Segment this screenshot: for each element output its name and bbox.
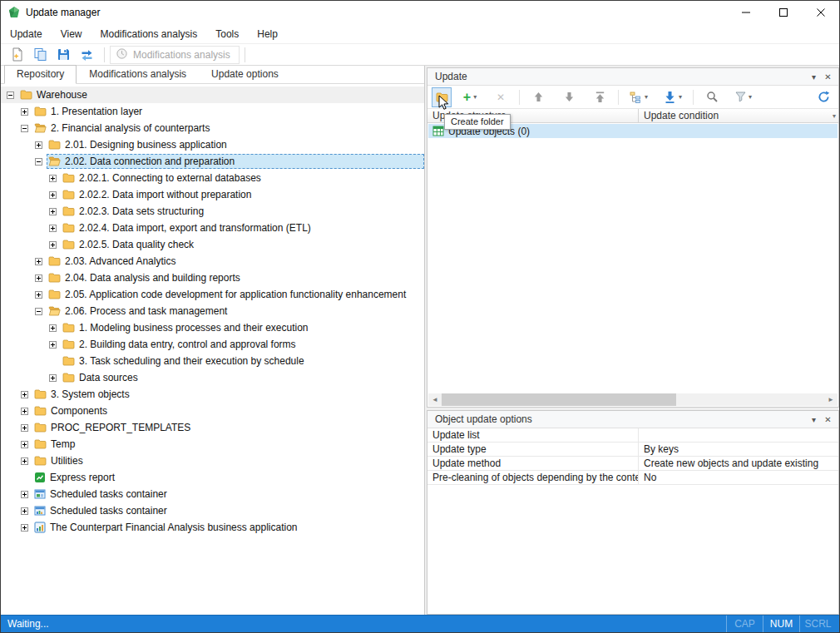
tree-item-warehouse[interactable]: Warehouse bbox=[1, 87, 424, 103]
expand-icon[interactable] bbox=[48, 341, 57, 349]
tree-item-the-counterpart-financial-analysis-busin[interactable]: The Counterpart Financial Analysis busin… bbox=[1, 519, 424, 536]
tree-item-data-sources[interactable]: Data sources bbox=[1, 369, 424, 386]
search-button[interactable] bbox=[702, 87, 722, 107]
maximize-button[interactable] bbox=[764, 1, 802, 24]
filter-button[interactable]: ▾ bbox=[733, 87, 754, 107]
tree-item-3-system-objects[interactable]: 3. System objects bbox=[1, 386, 424, 403]
tree-item-2-02-2-data-import-without-preparation[interactable]: 2.02.2. Data import without preparation bbox=[1, 186, 424, 203]
tree-item-3-task-scheduling-and-their-execution-by[interactable]: 3. Task scheduling and their execution b… bbox=[1, 353, 424, 369]
tree-item-2-02-4-data-import-export-and-transforma[interactable]: 2.02.4. Data import, export and transfor… bbox=[1, 220, 424, 236]
horizontal-scrollbar[interactable]: ◄ ► bbox=[428, 393, 838, 406]
column-chooser-icon[interactable]: ▾ bbox=[833, 112, 836, 120]
expand-icon[interactable] bbox=[48, 324, 57, 332]
expand-icon[interactable] bbox=[20, 507, 29, 515]
tree-item-2-02-data-connection-and-preparation[interactable]: 2.02. Data connection and preparation bbox=[1, 153, 424, 170]
expand-icon[interactable] bbox=[34, 258, 43, 265]
options-panel-title: Object update options bbox=[435, 413, 532, 425]
option-value[interactable]: No bbox=[638, 471, 838, 484]
tree-item-components[interactable]: Components bbox=[1, 403, 424, 419]
panel-close-icon[interactable]: ✕ bbox=[821, 70, 835, 83]
collapse-icon[interactable] bbox=[34, 308, 43, 315]
tree-item-utilities[interactable]: Utilities bbox=[1, 452, 424, 469]
repository-tree: Warehouse1. Presentation layer2. Financi… bbox=[1, 85, 424, 615]
collapse-icon[interactable] bbox=[34, 158, 43, 166]
tree-item-proc-report-templates[interactable]: PROC_REPORT_TEMPLATES bbox=[1, 419, 424, 436]
tab-update-options[interactable]: Update options bbox=[199, 65, 291, 84]
chevron-down-icon[interactable]: ▾ bbox=[645, 93, 648, 101]
panel-close-icon[interactable]: ✕ bbox=[821, 413, 835, 426]
tree-item-express-report[interactable]: Express report bbox=[1, 469, 424, 486]
scroll-left-icon[interactable]: ◄ bbox=[428, 393, 442, 406]
expand-icon[interactable] bbox=[20, 457, 29, 465]
option-value[interactable] bbox=[638, 428, 838, 442]
collapse-icon[interactable] bbox=[20, 125, 29, 132]
tree-item-2-financial-analysis-of-counterparts[interactable]: 2. Financial analysis of counterparts bbox=[1, 120, 424, 136]
refresh-button[interactable] bbox=[813, 87, 833, 107]
chevron-down-icon[interactable]: ▾ bbox=[749, 93, 752, 101]
expand-icon[interactable] bbox=[34, 141, 43, 149]
expand-icon[interactable] bbox=[20, 524, 29, 532]
scrollbar-thumb[interactable] bbox=[442, 393, 676, 406]
update-objects-icon bbox=[432, 126, 444, 136]
toolbar-separator bbox=[618, 90, 619, 105]
import-button[interactable]: ▾ bbox=[661, 87, 684, 107]
chevron-down-icon[interactable]: ▾ bbox=[473, 93, 477, 101]
expand-icon[interactable] bbox=[20, 108, 29, 116]
expand-icon[interactable] bbox=[48, 191, 57, 199]
expand-icon[interactable] bbox=[34, 291, 43, 299]
menu-update[interactable]: Update bbox=[1, 24, 52, 43]
expand-icon[interactable] bbox=[48, 225, 57, 232]
expand-icon[interactable] bbox=[20, 491, 29, 498]
copy-icon[interactable] bbox=[29, 46, 51, 64]
save-icon[interactable] bbox=[52, 46, 74, 64]
expand-icon[interactable] bbox=[48, 241, 57, 249]
tree-item-scheduled-tasks-container[interactable]: Scheduled tasks container bbox=[1, 502, 424, 519]
tree-item-2-02-1-connecting-to-external-databases[interactable]: 2.02.1. Connecting to external databases bbox=[1, 170, 424, 186]
tree-item-2-04-data-analysis-and-building-reports[interactable]: 2.04. Data analysis and building reports bbox=[1, 270, 424, 286]
expand-icon[interactable] bbox=[20, 408, 29, 415]
folder-icon bbox=[34, 439, 47, 449]
option-value[interactable]: By keys bbox=[638, 443, 838, 456]
tree-item-2-01-designing-business-application[interactable]: 2.01. Designing business application bbox=[1, 136, 424, 153]
column-update-condition[interactable]: Update condition bbox=[638, 109, 838, 122]
close-button[interactable] bbox=[802, 1, 839, 24]
expand-icon[interactable] bbox=[20, 441, 29, 448]
status-num: NUM bbox=[763, 616, 799, 632]
menu-help[interactable]: Help bbox=[248, 24, 287, 43]
chevron-down-icon[interactable]: ▾ bbox=[679, 93, 682, 101]
tree-item-2-02-3-data-sets-structuring[interactable]: 2.02.3. Data sets structuring bbox=[1, 203, 424, 220]
menu-modifications-analysis[interactable]: Modifications analysis bbox=[91, 24, 207, 43]
tree-item-2-05-application-code-development-for-ap[interactable]: 2.05. Application code development for a… bbox=[1, 286, 424, 303]
panel-menu-icon[interactable]: ▾ bbox=[807, 70, 821, 83]
minimize-button[interactable] bbox=[727, 1, 764, 24]
sync-icon[interactable] bbox=[76, 46, 97, 64]
tab-repository[interactable]: Repository bbox=[4, 65, 77, 84]
expand-icon[interactable] bbox=[34, 274, 43, 282]
tree-item-2-06-process-and-task-management[interactable]: 2.06. Process and task management bbox=[1, 303, 424, 319]
expand-icon[interactable] bbox=[20, 424, 29, 432]
panel-menu-icon[interactable]: ▾ bbox=[807, 413, 821, 426]
menu-view[interactable]: View bbox=[52, 24, 91, 43]
expand-icon[interactable] bbox=[48, 374, 57, 382]
new-document-icon[interactable] bbox=[6, 46, 27, 64]
expand-icon[interactable] bbox=[48, 175, 57, 182]
structure-button[interactable]: ▾ bbox=[627, 87, 650, 107]
tab-modifications-analysis[interactable]: Modifications analysis bbox=[77, 65, 199, 84]
expand-icon[interactable] bbox=[20, 391, 29, 398]
tree-item-1-modeling-business-processes-and-their-[interactable]: 1. Modeling business processes and their… bbox=[1, 319, 424, 336]
scroll-right-icon[interactable]: ► bbox=[824, 393, 838, 406]
add-button[interactable]: +▾ bbox=[460, 87, 480, 107]
tree-item-label: Data sources bbox=[79, 372, 138, 383]
tree-item-2-03-advanced-analytics[interactable]: 2.03. Advanced Analytics bbox=[1, 253, 424, 270]
tree-item-2-02-5-data-quality-check[interactable]: 2.02.5. Data quality check bbox=[1, 236, 424, 253]
expand-icon[interactable] bbox=[48, 208, 57, 215]
tree-item-2-building-data-entry-control-and-approv[interactable]: 2. Building data entry, control and appr… bbox=[1, 336, 424, 353]
option-value[interactable]: Create new objects and update existing bbox=[638, 457, 838, 470]
scrollbar-track[interactable] bbox=[442, 393, 824, 406]
tree-item-label: 2.02. Data connection and preparation bbox=[65, 156, 235, 167]
tree-item-1-presentation-layer[interactable]: 1. Presentation layer bbox=[1, 103, 424, 120]
collapse-icon[interactable] bbox=[6, 91, 15, 99]
menu-tools[interactable]: Tools bbox=[206, 24, 248, 43]
tree-item-scheduled-tasks-container[interactable]: Scheduled tasks container bbox=[1, 486, 424, 502]
tree-item-temp[interactable]: Temp bbox=[1, 436, 424, 452]
